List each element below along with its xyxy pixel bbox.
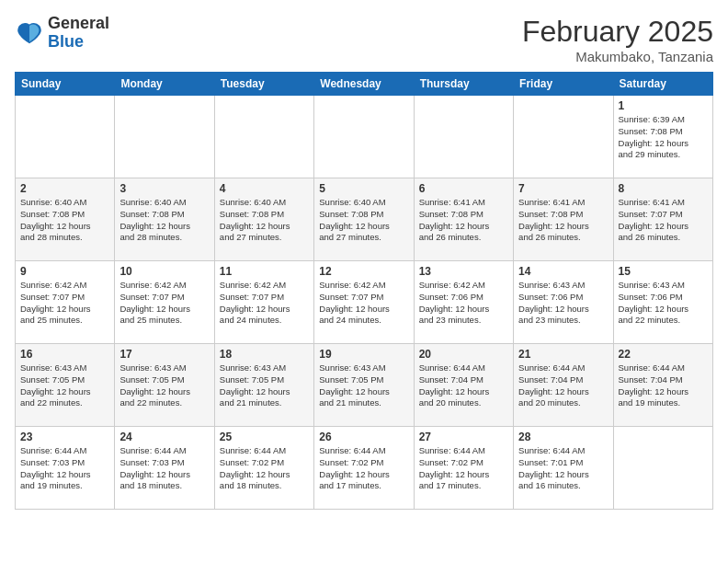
logo-icon [15,18,44,48]
day-number: 20 [419,348,508,361]
day-number: 18 [220,348,309,361]
calendar-cell: 12Sunrise: 6:42 AM Sunset: 7:07 PM Dayli… [314,261,414,344]
day-number: 7 [518,182,608,195]
day-number: 2 [20,182,109,195]
logo-blue: Blue [48,32,84,51]
day-info: Sunrise: 6:44 AM Sunset: 7:04 PM Dayligh… [518,362,608,409]
day-info: Sunrise: 6:44 AM Sunset: 7:02 PM Dayligh… [419,445,508,492]
day-info: Sunrise: 6:42 AM Sunset: 7:07 PM Dayligh… [119,280,209,327]
day-number: 14 [518,265,608,278]
day-number: 23 [20,431,109,443]
day-number: 8 [619,182,708,195]
day-info: Sunrise: 6:42 AM Sunset: 7:07 PM Dayligh… [220,280,309,327]
day-number: 9 [20,265,109,278]
day-number: 27 [419,431,508,443]
calendar-cell: 16Sunrise: 6:43 AM Sunset: 7:05 PM Dayli… [16,344,115,427]
day-number: 28 [518,431,608,443]
calendar-cell: 7Sunrise: 6:41 AM Sunset: 7:08 PM Daylig… [514,178,613,261]
day-number: 26 [319,431,408,443]
day-number: 22 [619,348,708,361]
logo: General Blue [15,15,109,52]
calendar-cell: 5Sunrise: 6:40 AM Sunset: 7:08 PM Daylig… [314,178,414,261]
day-info: Sunrise: 6:42 AM Sunset: 7:07 PM Dayligh… [20,280,109,327]
calendar-table: SundayMondayTuesdayWednesdayThursdayFrid… [15,72,713,510]
day-info: Sunrise: 6:41 AM Sunset: 7:07 PM Dayligh… [619,197,708,244]
day-number: 21 [518,348,608,361]
calendar-cell [115,96,214,178]
day-number: 11 [220,265,309,278]
calendar-cell: 11Sunrise: 6:42 AM Sunset: 7:07 PM Dayli… [214,261,313,344]
day-info: Sunrise: 6:41 AM Sunset: 7:08 PM Dayligh… [419,197,508,244]
day-number: 1 [619,99,708,112]
day-info: Sunrise: 6:43 AM Sunset: 7:06 PM Dayligh… [619,280,708,327]
day-info: Sunrise: 6:43 AM Sunset: 7:05 PM Dayligh… [119,362,209,409]
logo-text: General Blue [48,15,109,52]
day-info: Sunrise: 6:44 AM Sunset: 7:03 PM Dayligh… [119,445,209,492]
calendar-cell [613,427,712,510]
calendar-cell: 18Sunrise: 6:43 AM Sunset: 7:05 PM Dayli… [214,344,313,427]
day-info: Sunrise: 6:44 AM Sunset: 7:02 PM Dayligh… [220,445,309,492]
day-number: 4 [220,182,309,195]
day-info: Sunrise: 6:40 AM Sunset: 7:08 PM Dayligh… [220,197,309,244]
day-info: Sunrise: 6:44 AM Sunset: 7:02 PM Dayligh… [319,445,408,492]
calendar-cell: 24Sunrise: 6:44 AM Sunset: 7:03 PM Dayli… [115,427,214,510]
calendar-cell: 23Sunrise: 6:44 AM Sunset: 7:03 PM Dayli… [16,427,115,510]
calendar-cell [514,96,613,178]
day-number: 12 [319,265,408,278]
weekday-header-saturday: Saturday [613,73,712,96]
calendar-cell: 4Sunrise: 6:40 AM Sunset: 7:08 PM Daylig… [214,178,313,261]
calendar-cell [16,96,115,178]
day-info: Sunrise: 6:44 AM Sunset: 7:04 PM Dayligh… [419,362,508,409]
day-info: Sunrise: 6:39 AM Sunset: 7:08 PM Dayligh… [619,114,708,161]
day-number: 17 [119,348,209,361]
calendar-week-row: 2Sunrise: 6:40 AM Sunset: 7:08 PM Daylig… [16,178,713,261]
day-number: 5 [319,182,408,195]
calendar-cell: 20Sunrise: 6:44 AM Sunset: 7:04 PM Dayli… [414,344,513,427]
day-number: 6 [419,182,508,195]
day-number: 19 [319,348,408,361]
calendar-cell: 21Sunrise: 6:44 AM Sunset: 7:04 PM Dayli… [514,344,613,427]
calendar-cell: 17Sunrise: 6:43 AM Sunset: 7:05 PM Dayli… [115,344,214,427]
day-info: Sunrise: 6:40 AM Sunset: 7:08 PM Dayligh… [20,197,109,244]
calendar-cell [414,96,513,178]
weekday-header-sunday: Sunday [16,73,115,96]
day-number: 25 [220,431,309,443]
weekday-header-thursday: Thursday [414,73,513,96]
calendar-week-row: 23Sunrise: 6:44 AM Sunset: 7:03 PM Dayli… [16,427,713,510]
calendar-cell: 10Sunrise: 6:42 AM Sunset: 7:07 PM Dayli… [115,261,214,344]
day-info: Sunrise: 6:44 AM Sunset: 7:04 PM Dayligh… [619,362,708,409]
calendar-cell: 6Sunrise: 6:41 AM Sunset: 7:08 PM Daylig… [414,178,513,261]
calendar-week-row: 16Sunrise: 6:43 AM Sunset: 7:05 PM Dayli… [16,344,713,427]
calendar-cell: 15Sunrise: 6:43 AM Sunset: 7:06 PM Dayli… [613,261,712,344]
day-number: 15 [619,265,708,278]
day-info: Sunrise: 6:43 AM Sunset: 7:06 PM Dayligh… [518,280,608,327]
day-info: Sunrise: 6:42 AM Sunset: 7:07 PM Dayligh… [319,280,408,327]
day-number: 3 [119,182,209,195]
calendar-cell: 14Sunrise: 6:43 AM Sunset: 7:06 PM Dayli… [514,261,613,344]
calendar-cell: 2Sunrise: 6:40 AM Sunset: 7:08 PM Daylig… [16,178,115,261]
day-info: Sunrise: 6:40 AM Sunset: 7:08 PM Dayligh… [119,197,209,244]
day-info: Sunrise: 6:43 AM Sunset: 7:05 PM Dayligh… [220,362,309,409]
day-number: 24 [119,431,209,443]
calendar-cell: 27Sunrise: 6:44 AM Sunset: 7:02 PM Dayli… [414,427,513,510]
logo-general: General [48,14,109,32]
calendar-cell: 1Sunrise: 6:39 AM Sunset: 7:08 PM Daylig… [613,96,712,178]
day-info: Sunrise: 6:44 AM Sunset: 7:01 PM Dayligh… [518,445,608,492]
day-info: Sunrise: 6:44 AM Sunset: 7:03 PM Dayligh… [20,445,109,492]
calendar-cell: 8Sunrise: 6:41 AM Sunset: 7:07 PM Daylig… [613,178,712,261]
calendar-cell: 22Sunrise: 6:44 AM Sunset: 7:04 PM Dayli… [613,344,712,427]
calendar-cell [314,96,414,178]
calendar-cell: 19Sunrise: 6:43 AM Sunset: 7:05 PM Dayli… [314,344,414,427]
location: Makumbako, Tanzania [522,49,713,64]
calendar-cell: 26Sunrise: 6:44 AM Sunset: 7:02 PM Dayli… [314,427,414,510]
day-info: Sunrise: 6:42 AM Sunset: 7:06 PM Dayligh… [419,280,508,327]
calendar-cell: 9Sunrise: 6:42 AM Sunset: 7:07 PM Daylig… [16,261,115,344]
weekday-header-friday: Friday [514,73,613,96]
day-number: 13 [419,265,508,278]
calendar-cell: 3Sunrise: 6:40 AM Sunset: 7:08 PM Daylig… [115,178,214,261]
day-number: 10 [119,265,209,278]
weekday-header-row: SundayMondayTuesdayWednesdayThursdayFrid… [16,73,713,96]
page-header: General Blue February 2025 Makumbako, Ta… [15,15,713,64]
calendar-week-row: 9Sunrise: 6:42 AM Sunset: 7:07 PM Daylig… [16,261,713,344]
day-info: Sunrise: 6:43 AM Sunset: 7:05 PM Dayligh… [319,362,408,409]
